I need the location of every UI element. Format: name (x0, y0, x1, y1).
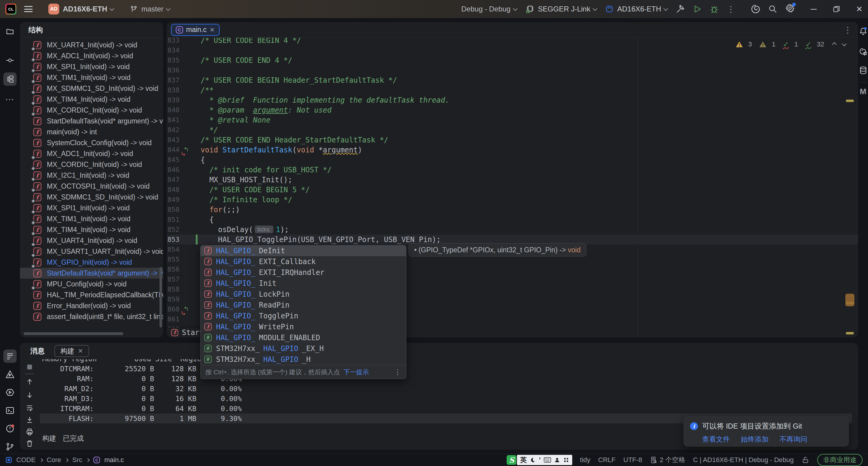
build-tab-close-icon[interactable]: ✕ (78, 347, 83, 355)
notification-action-link[interactable]: 始终添加 (741, 435, 769, 444)
services-tool-icon[interactable] (3, 386, 17, 399)
ai-chat-icon[interactable] (859, 47, 868, 56)
structure-item[interactable]: fStartDefaultTask(void* argument) -> voi… (20, 115, 163, 127)
structure-item[interactable]: fMX_TIM1_Init(void) -> void (20, 213, 163, 224)
code-line[interactable]: 849 /* Infinite loop */ (167, 195, 858, 205)
build-hammer-icon[interactable] (676, 4, 685, 13)
debugger-selector[interactable]: SEGGER J-Link (525, 4, 597, 14)
structure-item[interactable]: fMX_OCTOSPI1_Init(void) -> void (20, 181, 163, 192)
structure-item[interactable]: fHAL_TIM_PeriodElapsedCallback(TIM_Handl… (20, 290, 163, 300)
build-output-row[interactable]: FLASH:97500 B1 MB9.30% (42, 413, 242, 424)
code-line[interactable]: 837/* USER CODE BEGIN Header_StartDefaul… (167, 75, 858, 85)
structure-item[interactable]: fSystemClock_Config(void) -> void (20, 137, 163, 148)
completion-item[interactable]: fHAL_GPIO_DeInit (200, 245, 406, 256)
structure-item[interactable]: fMX_CORDIC_Init(void) -> void (20, 159, 163, 170)
structure-item[interactable]: fMPU_Config(void) -> void (20, 278, 163, 290)
notification-action-link[interactable]: 不再询问 (779, 435, 807, 444)
code-line[interactable]: 836 (167, 65, 858, 75)
settings-button[interactable] (785, 3, 795, 15)
messages-tool-icon[interactable] (3, 350, 17, 363)
context-widget[interactable]: C | AD16X6-ETH | Debug - Debug (693, 456, 794, 464)
completion-item[interactable]: fHAL_GPIO_Init (200, 278, 406, 289)
code-line[interactable]: 851 { (167, 214, 858, 225)
code-line[interactable]: 841 * @retval None (167, 115, 858, 125)
ime-widget[interactable]: S 英 ’ (507, 455, 572, 465)
completion-menu-icon[interactable]: ⋮ (394, 368, 401, 376)
structure-item[interactable]: fMX_SDMMC1_SD_Init(void) -> void (20, 83, 163, 94)
stripe-warning-mark[interactable] (846, 100, 854, 102)
more-actions-icon[interactable]: ⋮ (726, 4, 735, 14)
structure-item[interactable]: fMX_UART4_Init(void) -> void (20, 39, 163, 51)
completion-item[interactable]: fHAL_GPIO_TogglePin (200, 310, 406, 322)
structure-item[interactable]: fMX_SPI1_Init(void) -> void (20, 61, 163, 72)
soft-wrap-icon[interactable] (26, 404, 34, 413)
completion-item[interactable]: #STM32H7xx_HAL_GPIO_H (200, 354, 406, 365)
completion-item[interactable]: fHAL_GPIO_LockPin (200, 289, 406, 300)
structure-vscrollbar[interactable] (159, 267, 162, 328)
code-line[interactable]: 843/* USER CODE END Header_StartDefaultT… (167, 135, 858, 145)
commit-tool-icon[interactable] (3, 54, 17, 67)
structure-item[interactable]: fMX_ADC1_Init(void) -> void (20, 51, 163, 61)
completion-item[interactable]: fHAL_GPIO_EXTI_Callback (200, 256, 406, 267)
build-output-row[interactable]: RAM_D2:0 B32 KB0.00% (42, 384, 242, 394)
breadcrumb-item[interactable]: CODE (16, 456, 36, 464)
next-hint-link[interactable]: 下一提示 (343, 368, 369, 376)
completion-item[interactable]: #STM32H7xx_HAL_GPIO_EX_H (200, 343, 406, 354)
structure-item[interactable]: fMX_TIM1_Init(void) -> void (20, 72, 163, 83)
code-line[interactable]: 846 /* init code for USB_HOST */ (167, 165, 858, 175)
window-minimize-button[interactable]: ─ (811, 4, 817, 14)
code-line[interactable]: 852 osDelay(ticks:1); (167, 225, 858, 234)
license-badge[interactable]: 非商业用途 (817, 454, 863, 466)
code-line[interactable]: 838/** (167, 85, 858, 95)
structure-item[interactable]: fMX_TIM4_Init(void) -> void (20, 94, 163, 105)
prev-issue-icon[interactable] (832, 42, 837, 47)
structure-item[interactable]: fMX_SDMMC1_SD_Init(void) -> void (20, 192, 163, 202)
code-line[interactable]: 835/* USER CODE END 4 */ (167, 55, 858, 65)
structure-item[interactable]: fMX_ADC1_Init(void) -> void (20, 148, 163, 159)
code-line[interactable]: 847 MX_USB_HOST_Init(); (167, 175, 858, 185)
structure-item[interactable]: fMX_GPIO_Init(void) -> void (20, 257, 163, 268)
unlocked-icon[interactable] (802, 456, 809, 464)
vcs-branch-widget[interactable]: master (130, 5, 170, 13)
git-tool-icon[interactable] (3, 440, 17, 453)
structure-item[interactable]: fassert_failed(uint8_t* file, uint32_t l… (20, 311, 163, 322)
build-output-row[interactable]: ITCMRAM:0 B64 KB0.00% (42, 403, 242, 413)
markdown-tool-icon[interactable]: M (859, 87, 868, 96)
code-line[interactable]: 845{ (167, 155, 858, 165)
structure-item[interactable]: fError_Handler(void) -> void (20, 300, 163, 311)
clang-tidy-widget[interactable]: tidy (580, 456, 590, 464)
build-tab[interactable]: 构建 ✕ (54, 345, 89, 357)
encoding-widget[interactable]: UTF-8 (623, 456, 642, 464)
more-tools-icon[interactable]: ⋯ (3, 92, 17, 106)
scroll-to-end-icon[interactable] (26, 416, 34, 425)
terminal-tool-icon[interactable] (3, 404, 17, 417)
window-close-button[interactable]: ✕ (856, 4, 863, 14)
breadcrumb-item[interactable]: main.c (104, 456, 124, 464)
window-restore-button[interactable] (832, 5, 840, 13)
structure-item[interactable]: fMX_TIM4_Init(void) -> void (20, 224, 163, 235)
code-line[interactable]: 848 /* USER CODE BEGIN 5 */ (167, 185, 858, 195)
target-selector[interactable]: AD16X6-ETH (605, 5, 668, 13)
line-ending-widget[interactable]: CRLF (598, 456, 615, 464)
tab-main-c[interactable]: C main.c ✕ (171, 24, 220, 36)
breadcrumb[interactable]: CODECoreSrcCmain.c (5, 456, 124, 464)
structure-tool-icon[interactable] (3, 72, 17, 86)
stop-icon[interactable] (26, 363, 33, 372)
print-icon[interactable] (26, 428, 34, 437)
build-output-row[interactable]: RAM_D3:0 B16 KB0.00% (42, 394, 242, 403)
breadcrumb-item[interactable]: Core (47, 456, 61, 464)
completion-item[interactable]: #HAL_GPIO_MODULE_ENABLED (200, 332, 406, 343)
structure-item[interactable]: fmain(void) -> int (20, 127, 163, 137)
code-line[interactable]: 842 */ (167, 125, 858, 135)
project-tool-icon[interactable] (3, 25, 17, 38)
structure-item[interactable]: fMX_UART4_Init(void) -> void (20, 235, 163, 246)
stripe-warning-mark[interactable] (846, 332, 854, 334)
run-configuration-selector[interactable]: Debug - Debug (461, 5, 518, 13)
structure-item[interactable]: fStartDefaultTask(void* argument) -> voi… (20, 268, 163, 278)
editor-scrollbar-thumb[interactable] (845, 294, 855, 306)
run-icon[interactable] (693, 4, 702, 13)
build-tool-icon[interactable] (3, 368, 17, 381)
completion-item[interactable]: fHAL_GPIO_EXTI_IRQHandler (200, 267, 406, 278)
structure-item[interactable]: fMX_CORDIC_Init(void) -> void (20, 105, 163, 115)
tab-close-icon[interactable]: ✕ (210, 26, 215, 33)
